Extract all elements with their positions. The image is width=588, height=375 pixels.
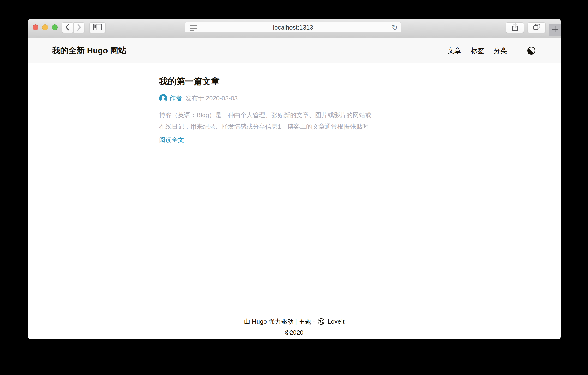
site-nav: 文章 标签 分类: [448, 46, 536, 55]
summary-line: 在线日记，用来纪录、抒发情感或分享信息1。博客上的文章通常根据张贴时: [159, 121, 429, 132]
sidebar-icon: [93, 24, 102, 32]
page-body: 我的第一篇文章 作者 发布于 2020-03-03 博客（英语：Blog）是一种…: [28, 63, 561, 339]
read-more-link[interactable]: 阅读全文: [159, 136, 184, 144]
sidebar-toggle-button[interactable]: [89, 22, 105, 33]
back-button[interactable]: [62, 22, 73, 33]
summary-line: 博客（英语：Blog）是一种由个人管理、张贴新的文章、图片或影片的网站或: [159, 109, 429, 121]
tabs-icon: [533, 23, 540, 32]
back-icon: [65, 23, 70, 32]
new-tab-button[interactable]: [549, 24, 561, 35]
site-title-link[interactable]: 我的全新 Hugo 网站: [52, 45, 126, 56]
share-button[interactable]: [506, 22, 524, 33]
forward-icon: [76, 23, 82, 32]
minimize-window-button[interactable]: [42, 24, 48, 30]
nav-item-tags[interactable]: 标签: [471, 46, 484, 55]
url-text[interactable]: localhost:1313: [185, 24, 401, 31]
traffic-lights: [33, 24, 58, 30]
publish-date: 发布于 2020-03-03: [185, 94, 238, 103]
footer-theme-label: 主题 -: [299, 318, 315, 325]
post-meta: 作者 发布于 2020-03-03: [159, 94, 429, 103]
address-bar[interactable]: localhost:1313 ↻: [185, 22, 401, 33]
post-summary: 博客（英语：Blog）是一种由个人管理、张贴新的文章、图片或影片的网站或 在线日…: [159, 109, 429, 132]
zoom-window-button[interactable]: [52, 24, 58, 30]
footer-copyright: ©2020: [28, 328, 561, 337]
hugo-link[interactable]: 由 Hugo 强力驱动: [244, 318, 294, 325]
footer-divider: |: [295, 318, 297, 325]
browser-window: localhost:1313 ↻: [28, 19, 561, 339]
tab-overview-button[interactable]: [527, 22, 546, 33]
site-header: 我的全新 Hugo 网站 文章 标签 分类: [28, 38, 561, 63]
share-icon: [512, 23, 518, 32]
theme-toggle-icon[interactable]: [527, 46, 536, 55]
browser-toolbar: localhost:1313 ↻: [28, 19, 561, 38]
author-avatar-icon: [159, 94, 167, 102]
reload-icon[interactable]: ↻: [392, 23, 398, 32]
plus-icon: [552, 26, 559, 34]
theme-link[interactable]: LoveIt: [328, 318, 345, 325]
close-window-button[interactable]: [33, 24, 38, 30]
author-link[interactable]: 作者: [169, 94, 182, 103]
nav-divider: [517, 47, 517, 55]
post-divider: [159, 151, 429, 151]
nav-item-posts[interactable]: 文章: [448, 46, 461, 55]
forward-button[interactable]: [74, 22, 84, 33]
footer-powered-line: 由 Hugo 强力驱动 | 主题 - LoveIt: [28, 317, 561, 328]
kiss-face-icon: [317, 318, 325, 328]
site-footer: 由 Hugo 强力驱动 | 主题 - LoveIt ©2020: [28, 317, 561, 339]
nav-item-categories[interactable]: 分类: [494, 46, 507, 55]
post-title-link[interactable]: 我的第一篇文章: [159, 76, 429, 87]
